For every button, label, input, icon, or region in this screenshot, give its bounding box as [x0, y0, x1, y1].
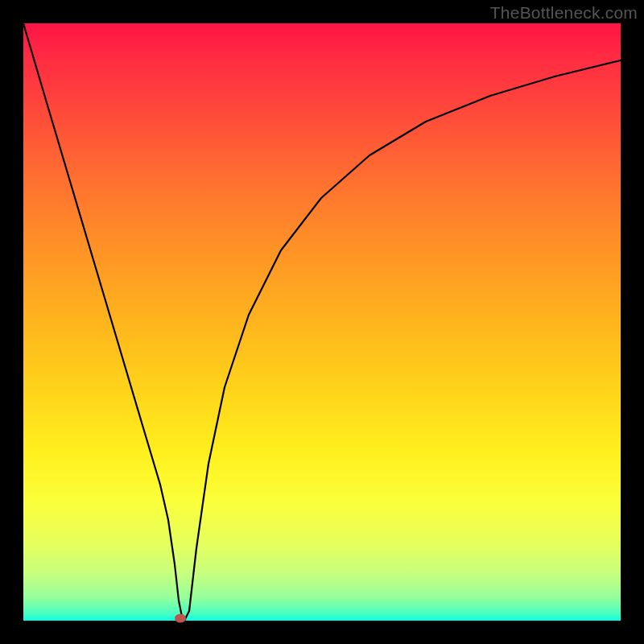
- minimum-marker: [175, 614, 186, 623]
- bottleneck-curve-path: [23, 23, 621, 621]
- chart-area: [23, 23, 621, 621]
- curve-svg: [23, 23, 621, 621]
- watermark-text: TheBottleneck.com: [490, 3, 638, 23]
